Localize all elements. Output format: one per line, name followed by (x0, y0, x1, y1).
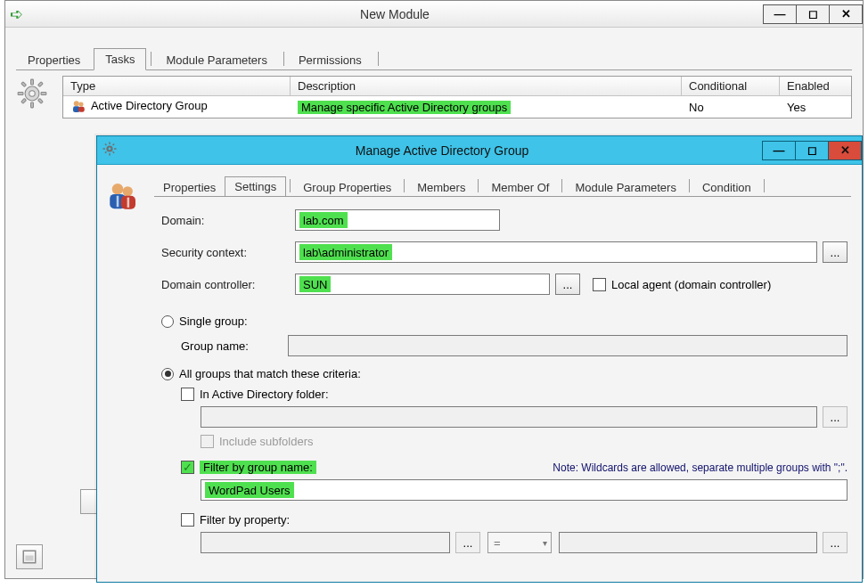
local-agent-checkbox[interactable] (593, 278, 606, 291)
window-controls-back: — ◻ ✕ (763, 4, 863, 24)
filter-operator-select[interactable]: = ▾ (487, 532, 552, 553)
svg-rect-8 (38, 82, 44, 87)
svg-rect-20 (102, 148, 105, 149)
svg-point-17 (109, 148, 111, 151)
people-small-icon (70, 99, 88, 115)
svg-rect-23 (112, 151, 115, 154)
svg-point-12 (78, 102, 83, 106)
tab-properties[interactable]: Properties (16, 49, 92, 70)
tab-settings[interactable]: Settings (225, 176, 286, 197)
label-filter-by-property: Filter by property: (200, 513, 290, 527)
window-title-manage-ad-group: Manage Active Directory Group (122, 143, 762, 158)
radio-all-groups[interactable] (161, 368, 174, 380)
svg-rect-4 (18, 93, 23, 95)
filter-by-property-checkbox[interactable] (181, 513, 194, 527)
gear-icon (16, 76, 62, 118)
window-manage-ad-group: Manage Active Directory Group — ◻ ✕ Prop… (96, 135, 863, 583)
minimize-button[interactable]: — (763, 4, 797, 24)
svg-rect-15 (26, 556, 34, 561)
tab-member-of[interactable]: Member Of (482, 178, 558, 197)
svg-rect-28 (117, 196, 119, 208)
close-button[interactable]: ✕ (829, 4, 863, 24)
svg-rect-7 (38, 98, 44, 103)
label-include-subfolders: Include subfolders (219, 435, 314, 448)
tab-module-parameters[interactable]: Module Parameters (154, 49, 278, 70)
filter-group-name-value: WordPad Users (205, 482, 294, 498)
svg-rect-24 (112, 143, 115, 146)
tabs-manage-ad-group: Properties Settings Group Properties Mem… (154, 176, 851, 197)
browse-security-context-button[interactable]: ... (823, 241, 848, 263)
filter-operator-value: = (494, 536, 501, 550)
tab-permissions[interactable]: Permissions (287, 49, 373, 70)
nav-forward-icon[interactable]: ➪ (5, 4, 27, 24)
cell-enabled: Yes (780, 98, 851, 117)
filter-note: Note: Wildcards are allowed, separate mu… (553, 461, 848, 474)
label-single-group: Single group: (179, 314, 248, 328)
group-name-input[interactable] (288, 335, 848, 356)
table-header: Type Description Conditional Enabled (63, 77, 851, 96)
th-conditional[interactable]: Conditional (682, 77, 780, 96)
filter-property-left-input[interactable] (201, 532, 450, 553)
svg-rect-22 (104, 143, 107, 146)
bottom-left-button[interactable] (16, 544, 43, 569)
th-description[interactable]: Description (291, 77, 682, 96)
window-title-new-module: New Module (27, 7, 763, 21)
browse-domain-controller-button[interactable]: ... (555, 274, 580, 295)
radio-single-group[interactable] (161, 315, 174, 328)
cell-type: Active Directory Group (63, 96, 291, 118)
browse-ad-folder-button[interactable]: ... (823, 406, 848, 428)
domain-value: lab.com (299, 212, 348, 228)
titlebar-manage-ad-group: Manage Active Directory Group — ◻ ✕ (97, 136, 862, 165)
svg-rect-19 (109, 153, 110, 156)
svg-rect-9 (21, 98, 27, 103)
domain-controller-input[interactable]: SUN (295, 274, 550, 295)
tab-separator (151, 52, 151, 66)
svg-rect-3 (31, 102, 34, 108)
label-security-context: Security context: (161, 246, 295, 259)
filter-group-name-input[interactable]: WordPad Users (201, 479, 848, 501)
label-all-groups: All groups that match these criteria: (179, 367, 361, 380)
domain-controller-value: SUN (299, 276, 331, 292)
tab-group-properties[interactable]: Group Properties (294, 178, 400, 197)
svg-point-10 (74, 101, 79, 106)
maximize-button[interactable]: ◻ (795, 141, 829, 160)
in-ad-folder-checkbox[interactable] (181, 388, 194, 401)
label-local-agent: Local agent (domain controller) (611, 278, 771, 291)
label-group-name: Group name: (181, 339, 288, 353)
tab-condition[interactable]: Condition (693, 178, 760, 197)
svg-rect-21 (114, 148, 117, 149)
filter-property-right-input[interactable] (559, 532, 817, 553)
cell-conditional: No (682, 98, 780, 117)
label-domain-controller: Domain controller: (161, 278, 295, 291)
tabs-new-module: Properties Tasks Module Parameters Permi… (16, 47, 852, 70)
window-controls-front: — ◻ ✕ (762, 141, 862, 160)
svg-point-1 (29, 91, 35, 96)
chevron-down-icon: ▾ (543, 538, 547, 548)
security-context-input[interactable]: lab\administrator (295, 241, 817, 263)
cell-description: Manage specific Active Directory groups (291, 98, 682, 117)
svg-rect-6 (21, 82, 27, 87)
th-type[interactable]: Type (63, 77, 291, 96)
close-button[interactable]: ✕ (828, 141, 862, 160)
svg-point-26 (112, 184, 124, 195)
gear-icon (97, 141, 122, 159)
cell-description-text: Manage specific Active Directory groups (298, 101, 511, 114)
cell-type-text: Active Directory Group (91, 99, 208, 112)
tab-members[interactable]: Members (408, 178, 474, 197)
browse-filter-property-button[interactable]: ... (455, 532, 480, 553)
table-row[interactable]: Active Directory Group Manage specific A… (63, 96, 851, 118)
svg-point-29 (123, 186, 133, 196)
svg-rect-2 (31, 79, 34, 85)
maximize-button[interactable]: ◻ (796, 4, 830, 24)
ad-folder-input[interactable] (201, 406, 817, 428)
browse-filter-property-right-button[interactable]: ... (823, 532, 848, 553)
tab-module-parameters[interactable]: Module Parameters (566, 178, 684, 197)
svg-rect-5 (41, 93, 46, 95)
minimize-button[interactable]: — (762, 141, 796, 160)
domain-input[interactable]: lab.com (295, 209, 500, 231)
tab-properties[interactable]: Properties (154, 178, 225, 197)
filter-by-group-name-checkbox[interactable] (181, 461, 194, 474)
th-enabled[interactable]: Enabled (780, 77, 851, 96)
tab-tasks[interactable]: Tasks (94, 48, 146, 70)
include-subfolders-checkbox (201, 435, 214, 448)
